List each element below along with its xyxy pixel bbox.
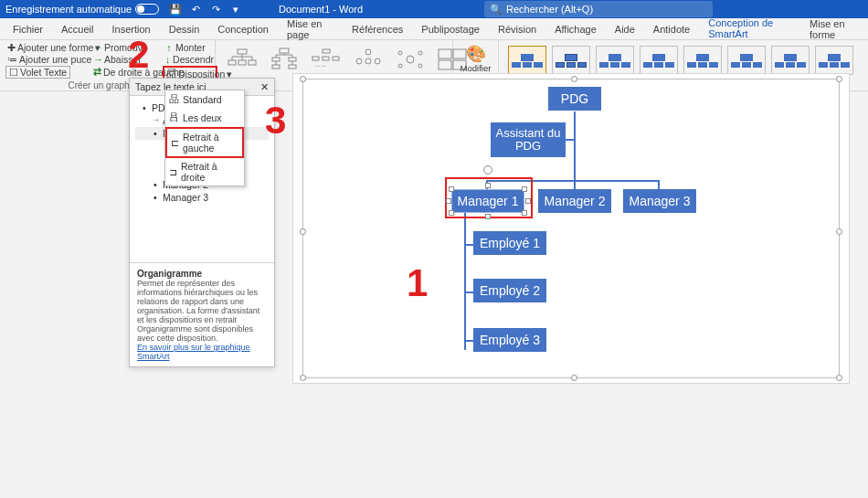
node-e3[interactable]: Employé 3 (473, 328, 546, 352)
frame-handle[interactable] (836, 228, 842, 235)
svg-point-20 (418, 51, 422, 55)
menu-left[interactable]: ⊏ Retrait à gauche (165, 127, 244, 158)
qat-dropdown-icon[interactable]: ▾ (228, 2, 243, 16)
shape-handle[interactable] (522, 210, 527, 216)
frame-handle[interactable] (300, 76, 306, 82)
autosave-toggle[interactable]: Enregistrement automatique (5, 4, 159, 15)
node-pdg[interactable]: PDG (548, 87, 601, 111)
shape-handle[interactable] (485, 214, 491, 219)
add-bullet-button[interactable]: ≔ Ajouter une puce (5, 54, 91, 66)
tab-misepage[interactable]: Mise en page (278, 15, 343, 44)
down-button[interactable]: ↓Descendr (163, 54, 217, 66)
annotation-2: 2 (128, 33, 149, 77)
node-assistant[interactable]: Assistant du PDG (491, 122, 566, 157)
up-button[interactable]: ↑Monter (163, 42, 217, 54)
node-e2[interactable]: Employé 2 (473, 279, 546, 302)
frame-handle[interactable] (300, 228, 306, 235)
shape-handle[interactable] (449, 186, 454, 192)
undo-icon[interactable]: ↶ (188, 2, 203, 16)
style-4[interactable] (640, 46, 678, 75)
tab-revision[interactable]: Révision (489, 20, 545, 38)
menu-standard[interactable]: 品 Standard (165, 90, 244, 109)
close-icon[interactable]: ✕ (260, 81, 269, 92)
layouts-gallery[interactable]: — — (221, 42, 447, 73)
menu-right[interactable]: ⊐ Retrait à droite (165, 158, 244, 185)
svg-point-19 (398, 51, 402, 55)
tab-aide[interactable]: Aide (606, 20, 644, 38)
svg-rect-1 (228, 60, 236, 65)
tab-antidote[interactable]: Antidote (644, 20, 699, 38)
frame-handle[interactable] (836, 76, 842, 82)
search-box[interactable]: 🔍 Rechercher (Alt+Q) (484, 1, 713, 17)
annotation-1: 1 (407, 261, 428, 305)
shape-handle[interactable] (522, 186, 527, 192)
colors-button[interactable]: 🎨 (459, 44, 492, 64)
document-page[interactable]: PDG Assistant du PDG Manager 1 Manager 2… (292, 73, 850, 384)
learn-more-link[interactable]: En savoir plus sur le graphique SmartArt (137, 343, 250, 361)
connector (464, 213, 466, 350)
svg-rect-25 (439, 60, 451, 69)
svg-rect-4 (280, 48, 289, 53)
shape-handle[interactable] (485, 183, 491, 188)
layout-1[interactable] (227, 46, 258, 73)
svg-point-14 (365, 49, 371, 55)
volet-button[interactable]: ☐ Volet Texte (5, 66, 70, 79)
node-m2[interactable]: Manager 2 (538, 189, 611, 213)
svg-rect-6 (289, 58, 296, 61)
search-placeholder: Rechercher (Alt+Q) (506, 4, 593, 15)
style-7[interactable] (771, 46, 810, 75)
save-icon[interactable]: 💾 (168, 2, 183, 16)
tab-accueil[interactable]: Accueil (52, 20, 102, 38)
search-icon: 🔍 (490, 4, 503, 16)
style-2[interactable] (552, 46, 590, 75)
rotate-handle[interactable] (483, 165, 492, 175)
frame-handle[interactable] (300, 375, 306, 381)
shape-handle[interactable] (525, 198, 531, 204)
layout-4[interactable] (353, 46, 384, 73)
tab-dessin[interactable]: Dessin (160, 20, 209, 38)
svg-rect-7 (272, 65, 280, 69)
menu-both[interactable]: 吕 Les deux (165, 109, 244, 127)
smartart-frame[interactable]: PDG Assistant du PDG Manager 1 Manager 2… (302, 79, 840, 378)
style-5[interactable] (683, 46, 722, 75)
svg-rect-11 (323, 57, 329, 60)
add-shape-button[interactable]: ✚ Ajouter une forme ▾ (5, 42, 91, 54)
frame-handle[interactable] (571, 76, 577, 82)
tab-affichage[interactable]: Affichage (545, 20, 606, 38)
layout-2[interactable] (269, 46, 300, 73)
svg-rect-2 (238, 60, 246, 65)
layout-5[interactable] (395, 46, 426, 73)
tab-conception[interactable]: Conception (208, 20, 278, 38)
frame-handle[interactable] (836, 375, 842, 381)
style-8[interactable] (815, 46, 853, 75)
svg-point-15 (356, 58, 362, 64)
toggle-switch[interactable] (135, 4, 159, 15)
redo-icon[interactable]: ↷ (208, 2, 223, 16)
frame-handle[interactable] (571, 375, 577, 381)
svg-point-16 (365, 58, 371, 64)
node-e1[interactable]: Employé 1 (473, 231, 546, 255)
style-1[interactable] (508, 46, 546, 75)
svg-rect-8 (289, 65, 296, 69)
demote-button[interactable]: →Abaisser (91, 54, 163, 66)
style-6[interactable] (727, 46, 766, 75)
node-m3[interactable]: Manager 3 (623, 189, 696, 213)
svg-rect-23 (439, 49, 451, 58)
item-m3[interactable]: Manager 3 (135, 191, 269, 204)
tab-format[interactable]: Mise en forme (800, 15, 868, 44)
tab-publipostage[interactable]: Publipostage (412, 20, 489, 38)
shape-handle[interactable] (446, 198, 451, 204)
promote-button[interactable]: ←Promouvo (91, 42, 163, 54)
style-3[interactable] (596, 46, 634, 75)
svg-point-17 (375, 58, 380, 64)
svg-point-22 (418, 64, 422, 68)
svg-text:— —: — — (315, 63, 325, 69)
tab-fichier[interactable]: Fichier (4, 20, 52, 38)
layout-3[interactable]: — — (311, 46, 342, 73)
document-title: Document1 - Word (279, 4, 363, 15)
rtl-button[interactable]: ⇄De droite à gauche (91, 66, 163, 79)
tab-ref[interactable]: Références (343, 20, 412, 38)
shape-handle[interactable] (449, 210, 454, 216)
svg-rect-10 (312, 57, 319, 60)
styles-gallery[interactable] (504, 42, 863, 75)
